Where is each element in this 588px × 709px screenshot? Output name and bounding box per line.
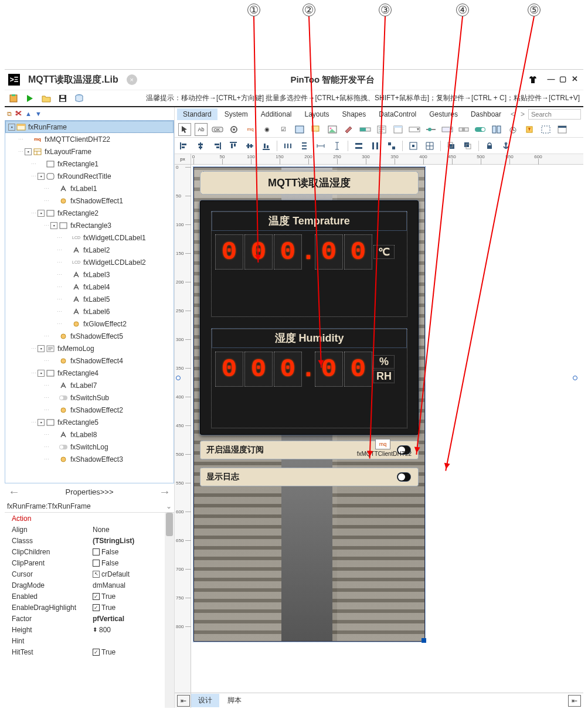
tree-node[interactable]: ⋯fxGlowEffect2: [5, 318, 174, 330]
tree-tool-delete-icon[interactable]: ✀: [15, 110, 22, 117]
pal-action-icon[interactable]: [523, 123, 536, 136]
tree-node[interactable]: ▪fxRunFrame: [5, 121, 174, 133]
tree-node[interactable]: ⋯fxLabel8: [5, 428, 174, 441]
pal-split-icon[interactable]: [490, 123, 503, 136]
tree-node[interactable]: ⋯▪fxRectangle2: [5, 207, 174, 219]
property-row[interactable]: FactorpfVertical: [5, 613, 164, 624]
properties-grid[interactable]: ActionAlignNoneClasss(TStringList)ClipCh…: [5, 513, 174, 708]
log-bar[interactable]: 显示日志: [200, 468, 419, 486]
align-top-icon[interactable]: [227, 140, 239, 152]
grid-icon[interactable]: [424, 140, 436, 152]
tree-node[interactable]: ⋯▪fxRoundRectTitle: [5, 170, 174, 182]
property-value[interactable]: ✓ True: [93, 648, 164, 656]
design-surface[interactable]: MQTT读取温湿度 温度 Temprature 0 0 0 . 0 0: [193, 167, 425, 642]
pal-slider-icon[interactable]: [424, 123, 437, 136]
property-row[interactable]: AlignNone: [5, 524, 164, 535]
dist-h-icon[interactable]: [282, 140, 294, 152]
tree-node[interactable]: ⋯▪fxLayoutFrame: [5, 145, 174, 158]
humi-group[interactable]: 湿度 Humidity 0 0 0 . 0 0 % RH: [211, 329, 407, 428]
property-row[interactable]: Cursor↖ crDefault: [5, 568, 164, 580]
pal-callout-icon[interactable]: [310, 123, 322, 136]
temp-group[interactable]: 温度 Temprature 0 0 0 . 0 0 ℃: [211, 212, 407, 317]
tab-script[interactable]: 脚本: [220, 694, 249, 707]
canvas[interactable]: px 050100150200250300350400450500550600 …: [175, 154, 583, 708]
tree-node[interactable]: ⋯mqfxMQTTClientDHT22: [5, 133, 174, 145]
tree-tool-struct-icon[interactable]: ⧉: [7, 110, 12, 118]
tree-expander-icon[interactable]: ▪: [38, 370, 45, 377]
scrollbar-thumb[interactable]: [166, 513, 173, 536]
tree-node[interactable]: ⋯fxLabel4: [5, 281, 174, 293]
palette-tab[interactable]: System: [219, 108, 254, 120]
shirt-icon[interactable]: [528, 75, 538, 84]
tree-node[interactable]: ⋯fxShadowEffect3: [5, 453, 174, 465]
pal-radio-icon[interactable]: ◉: [260, 123, 273, 136]
tree-expander-icon[interactable]: ▪: [50, 222, 57, 229]
open-folder-icon[interactable]: [41, 93, 52, 104]
property-value[interactable]: ✓ True: [93, 592, 164, 601]
tree-node[interactable]: ⋯▪fxRectangle3: [5, 219, 174, 231]
same-width-icon[interactable]: [353, 140, 365, 152]
property-row[interactable]: Height⬍ 800: [5, 624, 164, 635]
pal-panel-icon[interactable]: [293, 123, 306, 136]
palette-tab[interactable]: DataControl: [373, 108, 422, 120]
palette-tab[interactable]: Dashboar: [465, 108, 507, 120]
palette-tab[interactable]: Shapes: [337, 108, 372, 120]
properties-nav-label[interactable]: Properties>>>: [66, 488, 114, 496]
space-v-icon[interactable]: [331, 140, 343, 152]
tree-node[interactable]: ⋯fxLabel7: [5, 379, 174, 391]
palette-next-icon[interactable]: >: [518, 110, 527, 118]
tree-node[interactable]: ⋯fxShadowEffect2: [5, 404, 174, 416]
title-rect[interactable]: MQTT读取温湿度: [200, 171, 419, 195]
property-row[interactable]: Classs(TStringList): [5, 535, 164, 546]
property-row[interactable]: Hint: [5, 635, 164, 646]
maximize-button[interactable]: ▢: [558, 74, 568, 85]
tree-expander-icon[interactable]: ▪: [38, 419, 45, 426]
tree-node[interactable]: ⋯▪fxRectangle4: [5, 367, 174, 379]
tree-node[interactable]: ⋯fxLabel3: [5, 268, 174, 281]
run-icon[interactable]: [25, 93, 35, 104]
pal-timer-icon[interactable]: [507, 123, 519, 136]
nav-forward-icon[interactable]: →: [159, 485, 171, 499]
pal-image-icon[interactable]: [326, 123, 339, 136]
minimize-button[interactable]: —: [546, 74, 556, 85]
pal-button-icon[interactable]: OK: [211, 123, 224, 136]
log-switch[interactable]: [397, 472, 411, 482]
lock-icon[interactable]: [484, 140, 495, 152]
palette-tab[interactable]: Gestures: [423, 108, 464, 120]
footer-collapse-right-icon[interactable]: ⇤: [568, 695, 581, 707]
tree-node[interactable]: ⋯fxSwitchLog: [5, 441, 174, 453]
tree-node[interactable]: ⋯LCDfxWidgetLCDLabel2: [5, 256, 174, 268]
property-value[interactable]: dmManual: [93, 581, 164, 589]
close-button[interactable]: ✕: [569, 74, 580, 85]
property-row[interactable]: DragModedmManual: [5, 580, 164, 591]
pal-mq-icon[interactable]: mq: [244, 123, 257, 136]
properties-selector[interactable]: fxRunFrame:TfxRunFrame ⌄: [5, 500, 174, 513]
palette-tab[interactable]: Layouts: [298, 108, 335, 120]
property-row[interactable]: ClipParent False: [5, 557, 164, 568]
anchor-icon[interactable]: [500, 140, 512, 152]
tree-node[interactable]: ⋯fxRectangle1: [5, 158, 174, 170]
pal-frame-icon[interactable]: [539, 123, 552, 136]
pal-check-icon[interactable]: ☑: [277, 123, 290, 136]
lcd-panel[interactable]: 温度 Temprature 0 0 0 . 0 0 ℃: [200, 200, 419, 435]
tree-node[interactable]: ⋯fxLabel5: [5, 293, 174, 305]
tree-node[interactable]: ⋯fxShadowEffect1: [5, 195, 174, 207]
footer-collapse-left-icon[interactable]: ⇤: [177, 695, 190, 707]
pal-paint-icon[interactable]: [342, 123, 355, 136]
property-value[interactable]: (TStringList): [93, 537, 164, 545]
property-value[interactable]: ⬍ 800: [93, 626, 164, 634]
tree-node[interactable]: ⋯▪fxMemoLog: [5, 342, 174, 354]
align-bottom-icon[interactable]: [260, 140, 272, 152]
property-value[interactable]: ✓ True: [93, 604, 164, 612]
pal-list-icon[interactable]: [392, 123, 405, 136]
pal-combo-icon[interactable]: [408, 123, 421, 136]
tab-design[interactable]: 设计: [191, 694, 219, 707]
resize-handle[interactable]: [422, 638, 426, 643]
property-value[interactable]: False: [93, 548, 164, 556]
tree-expander-icon[interactable]: ▪: [38, 345, 45, 352]
tree-expander-icon[interactable]: ▪: [8, 124, 15, 131]
tree-node[interactable]: ⋯fxLabel6: [5, 305, 174, 318]
same-size-icon[interactable]: [386, 140, 397, 152]
pal-combo2-icon[interactable]: [441, 123, 454, 136]
tree-node[interactable]: ⋯fxSwitchSub: [5, 391, 174, 404]
